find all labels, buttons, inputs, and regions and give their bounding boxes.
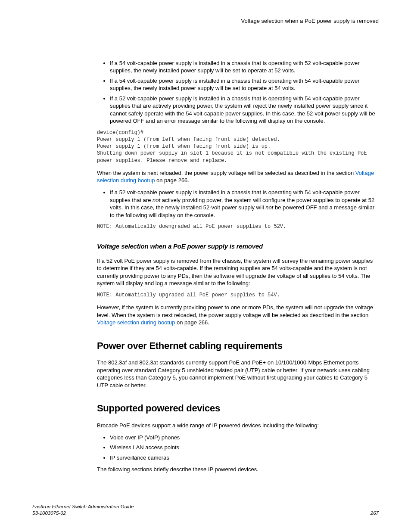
paragraph: The 802.3af and 802.3at standards curren… [97,359,379,389]
paragraph: If a 52 volt PoE power supply is removed… [97,257,379,287]
emphasis: not [265,204,273,211]
text: on page 266. [175,319,209,326]
text: on page 266. [155,177,189,184]
list-item: If a 52 volt-capable power supply is ins… [110,189,379,219]
text: However, if the system is currently prov… [97,304,373,318]
page-number: 267 [371,510,379,517]
heading-voltage-removed: Voltage selection when a PoE power suppl… [97,242,379,251]
list-item: IP surveillance cameras [110,454,379,462]
list-item: If a 54 volt-capable power supply is ins… [110,77,379,92]
paragraph: The following sections briefly describe … [97,466,379,473]
paragraph: However, if the system is currently prov… [97,304,379,327]
doc-title: FastIron Ethernet Switch Administration … [32,504,134,510]
footer-left: FastIron Ethernet Switch Administration … [32,504,134,517]
list-item: Wireless LAN access points [110,444,379,451]
emphasis: not [153,197,160,203]
doc-number: 53-1003075-02 [32,510,134,517]
code-block-2: NOTE: Automatically downgraded all PoE p… [97,223,379,230]
link-voltage-bootup-2[interactable]: Voltage selection during bootup [97,319,175,326]
bullet-list-1: If a 54 volt-capable power supply is ins… [97,59,379,125]
paragraph: When the system is next reloaded, the po… [97,169,379,184]
code-block-1: device(config)# Power supply 1 (from lef… [97,129,379,164]
heading-devices: Supported powered devices [97,402,379,415]
paragraph: Brocade PoE devices support a wide range… [97,422,379,429]
list-item: If a 52 volt-capable power supply is ins… [110,95,379,125]
main-content: If a 54 volt-capable power supply is ins… [97,59,379,473]
devices-list: Voice over IP (VoIP) phones Wireless LAN… [97,434,379,462]
list-item: Voice over IP (VoIP) phones [110,434,379,442]
text: When the system is next reloaded, the po… [97,170,355,176]
bullet-list-2: If a 52 volt-capable power supply is ins… [97,189,379,219]
page-footer: FastIron Ethernet Switch Administration … [32,504,379,517]
code-block-3: NOTE: Automatically upgraded all PoE pow… [97,292,379,299]
page-header: Voltage selection when a PoE power suppl… [32,17,379,25]
heading-cabling: Power over Ethernet cabling requirements [97,339,379,352]
list-item: If a 54 volt-capable power supply is ins… [110,59,379,75]
